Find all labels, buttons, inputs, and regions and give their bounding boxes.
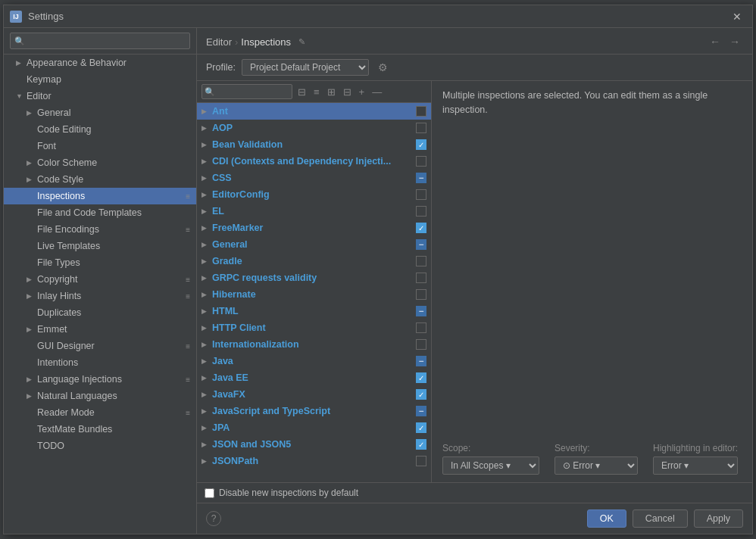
inspection-checkbox[interactable] bbox=[416, 123, 426, 133]
inspection-item[interactable]: ▶JPA✓ bbox=[197, 419, 431, 436]
inspection-item[interactable]: ▶HTML− bbox=[197, 303, 431, 319]
inspection-item[interactable]: ▶JavaFX✓ bbox=[197, 386, 431, 403]
sidebar-item-general[interactable]: ▶General bbox=[4, 104, 196, 121]
sidebar-item-copyright[interactable]: ▶Copyright≡ bbox=[4, 271, 196, 288]
help-button[interactable]: ? bbox=[206, 511, 221, 526]
inspection-name: Java bbox=[212, 356, 413, 366]
inspection-name: CDI (Contexts and Dependency Injecti... bbox=[212, 156, 413, 167]
expand-all-button[interactable]: ⊞ bbox=[325, 85, 338, 99]
inspection-item[interactable]: ▶EditorConfig bbox=[197, 186, 431, 203]
sidebar-item-todo[interactable]: TODO bbox=[4, 438, 196, 454]
nav-forward-button[interactable]: → bbox=[726, 34, 743, 49]
partial-check-icon: − bbox=[418, 407, 423, 416]
disable-new-inspections-label[interactable]: Disable new inspections by default bbox=[205, 488, 358, 498]
inspection-checkbox[interactable]: − bbox=[416, 406, 426, 416]
sidebar-item-editor[interactable]: ▼Editor bbox=[4, 88, 196, 104]
inspection-checkbox[interactable]: ✓ bbox=[416, 372, 426, 383]
close-button[interactable]: ✕ bbox=[728, 9, 746, 24]
inspection-item[interactable]: ▶CDI (Contexts and Dependency Injecti... bbox=[197, 153, 431, 170]
inspection-checkbox[interactable]: − bbox=[416, 356, 426, 366]
ok-button[interactable]: OK bbox=[587, 509, 626, 528]
remove-button[interactable]: — bbox=[370, 85, 384, 99]
sidebar-item-color-scheme[interactable]: ▶Color Scheme bbox=[4, 154, 196, 171]
sidebar-item-inlay-hints[interactable]: ▶Inlay Hints≡ bbox=[4, 288, 196, 304]
sidebar-item-keymap[interactable]: Keymap bbox=[4, 71, 196, 88]
sort-button[interactable]: ≡ bbox=[311, 85, 322, 99]
inspection-item[interactable]: ▶Internationalization bbox=[197, 336, 431, 353]
severity-select[interactable]: ⊙ Error ▾ bbox=[555, 456, 638, 475]
settings-dialog: IJ Settings ✕ 🔍 ▶Appearance & BehaviorKe… bbox=[3, 5, 753, 534]
sidebar-item-appearance[interactable]: ▶Appearance & Behavior bbox=[4, 55, 196, 71]
inspection-item[interactable]: ▶GRPC requests validity bbox=[197, 270, 431, 286]
inspection-checkbox[interactable]: ✓ bbox=[416, 223, 426, 233]
inspection-checkbox[interactable] bbox=[416, 156, 426, 167]
scope-select[interactable]: In All Scopes ▾ bbox=[442, 456, 539, 475]
inspection-item[interactable]: ▶EL bbox=[197, 203, 431, 220]
add-button[interactable]: + bbox=[357, 85, 367, 99]
inspection-item[interactable]: ▶Java EE✓ bbox=[197, 369, 431, 386]
nav-back-button[interactable]: ← bbox=[707, 34, 723, 49]
inspection-item[interactable]: ▶Gradle bbox=[197, 253, 431, 270]
inspection-checkbox[interactable]: − bbox=[416, 239, 426, 250]
inspection-item[interactable]: ▶Hibernate bbox=[197, 286, 431, 303]
sidebar-item-inspections[interactable]: Inspections≡ bbox=[4, 188, 196, 204]
inspection-checkbox[interactable] bbox=[416, 289, 426, 300]
sidebar-item-font[interactable]: Font bbox=[4, 138, 196, 154]
highlighting-select[interactable]: Error ▾ bbox=[653, 456, 738, 475]
inspection-item[interactable]: ▶AOP bbox=[197, 120, 431, 136]
sidebar-item-label: Code Editing bbox=[37, 124, 92, 135]
inspection-item[interactable]: ▶JSONPath bbox=[197, 453, 431, 469]
inspection-item[interactable]: ▶JavaScript and TypeScript− bbox=[197, 403, 431, 419]
inspection-checkbox[interactable]: − bbox=[416, 306, 426, 316]
inspections-search-input[interactable] bbox=[201, 84, 292, 99]
sidebar-item-emmet[interactable]: ▶Emmet bbox=[4, 321, 196, 338]
apply-button[interactable]: Apply bbox=[694, 509, 743, 528]
sidebar-item-code-style[interactable]: ▶Code Style bbox=[4, 171, 196, 188]
inspection-checkbox[interactable] bbox=[416, 339, 426, 350]
inspection-item[interactable]: ▶FreeMarker✓ bbox=[197, 220, 431, 236]
profile-select[interactable]: Project Default Project bbox=[242, 59, 369, 76]
sidebar-item-reader-mode[interactable]: Reader Mode≡ bbox=[4, 404, 196, 421]
sidebar-item-label: Font bbox=[37, 141, 56, 151]
inspection-checkbox[interactable]: ✓ bbox=[416, 389, 426, 400]
cancel-button[interactable]: Cancel bbox=[633, 509, 688, 528]
inspection-checkbox[interactable]: ✓ bbox=[416, 139, 426, 150]
sidebar-item-gui-designer[interactable]: GUI Designer≡ bbox=[4, 338, 196, 354]
inspection-name: AOP bbox=[212, 123, 413, 133]
inspection-item[interactable]: ▶Ant bbox=[197, 103, 431, 120]
inspection-checkbox[interactable] bbox=[416, 322, 426, 333]
inspection-checkbox[interactable]: − bbox=[416, 173, 426, 183]
inspection-checkbox[interactable] bbox=[416, 189, 426, 200]
inspection-checkbox[interactable]: ✓ bbox=[416, 439, 426, 450]
sidebar-item-file-code-templates[interactable]: File and Code Templates bbox=[4, 204, 196, 221]
sidebar-item-file-types[interactable]: File Types bbox=[4, 254, 196, 271]
sidebar-item-duplicates[interactable]: Duplicates bbox=[4, 304, 196, 321]
sidebar-item-file-encodings[interactable]: File Encodings≡ bbox=[4, 221, 196, 238]
sidebar-item-textmate-bundles[interactable]: TextMate Bundles bbox=[4, 421, 196, 438]
sidebar-item-live-templates[interactable]: Live Templates bbox=[4, 238, 196, 254]
inspection-item[interactable]: ▶JSON and JSON5✓ bbox=[197, 436, 431, 453]
inspection-checkbox[interactable] bbox=[416, 106, 426, 117]
profile-gear-icon[interactable]: ⚙ bbox=[375, 60, 391, 75]
sidebar-item-language-injections[interactable]: ▶Language Injections≡ bbox=[4, 371, 196, 388]
sidebar-item-label: TextMate Bundles bbox=[37, 424, 112, 435]
highlighting-group: Highlighting in editor: Error ▾ bbox=[653, 443, 738, 475]
sidebar-search-input[interactable] bbox=[10, 33, 190, 49]
inspection-checkbox[interactable] bbox=[416, 206, 426, 217]
inspection-item[interactable]: ▶HTTP Client bbox=[197, 319, 431, 336]
inspection-item[interactable]: ▶Bean Validation✓ bbox=[197, 136, 431, 153]
sidebar-item-intentions[interactable]: Intentions bbox=[4, 354, 196, 371]
sidebar-item-code-editing[interactable]: Code Editing bbox=[4, 121, 196, 138]
inspection-checkbox[interactable] bbox=[416, 456, 426, 466]
inspection-item[interactable]: ▶CSS− bbox=[197, 170, 431, 186]
inspection-item[interactable]: ▶Java− bbox=[197, 353, 431, 369]
collapse-all-button[interactable]: ⊟ bbox=[341, 85, 354, 99]
inspection-item[interactable]: ▶General− bbox=[197, 236, 431, 253]
inspection-checkbox[interactable] bbox=[416, 273, 426, 283]
filter-button[interactable]: ⊟ bbox=[295, 85, 308, 99]
inspection-checkbox[interactable] bbox=[416, 256, 426, 266]
breadcrumb-edit-icon[interactable]: ✎ bbox=[298, 37, 305, 47]
sidebar-item-natural-languages[interactable]: ▶Natural Languages bbox=[4, 388, 196, 404]
disable-new-inspections-checkbox[interactable] bbox=[205, 488, 214, 498]
inspection-checkbox[interactable]: ✓ bbox=[416, 422, 426, 433]
